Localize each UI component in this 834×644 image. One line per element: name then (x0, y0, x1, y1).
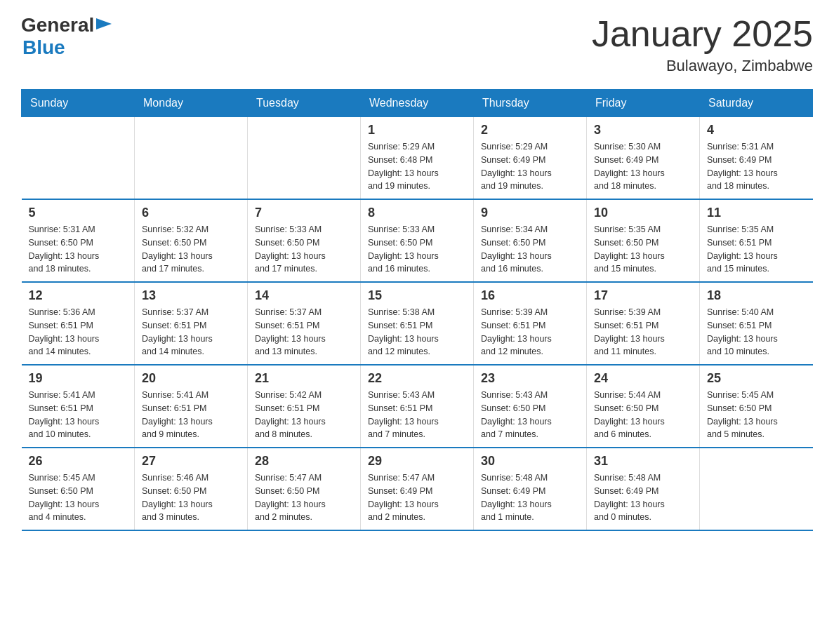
day-number: 6 (142, 206, 240, 220)
day-info: Sunrise: 5:37 AM Sunset: 6:51 PM Dayligh… (255, 306, 353, 358)
page-header: General Blue January 2025 Bulawayo, Zimb… (21, 14, 813, 75)
day-number: 17 (594, 288, 692, 303)
week-row-5: 26Sunrise: 5:45 AM Sunset: 6:50 PM Dayli… (22, 448, 813, 530)
cell-week3-day5: 17Sunrise: 5:39 AM Sunset: 6:51 PM Dayli… (587, 282, 700, 365)
cell-week1-day3: 1Sunrise: 5:29 AM Sunset: 6:48 PM Daylig… (361, 117, 474, 200)
cell-week3-day6: 18Sunrise: 5:40 AM Sunset: 6:51 PM Dayli… (700, 282, 813, 365)
cell-week4-day5: 24Sunrise: 5:44 AM Sunset: 6:50 PM Dayli… (587, 365, 700, 448)
day-number: 8 (368, 206, 466, 220)
day-number: 13 (142, 288, 240, 303)
cell-week4-day0: 19Sunrise: 5:41 AM Sunset: 6:51 PM Dayli… (22, 365, 135, 448)
cell-week3-day2: 14Sunrise: 5:37 AM Sunset: 6:51 PM Dayli… (248, 282, 361, 365)
logo-blue-text: Blue (22, 36, 65, 58)
day-info: Sunrise: 5:41 AM Sunset: 6:51 PM Dayligh… (142, 389, 240, 441)
day-info: Sunrise: 5:42 AM Sunset: 6:51 PM Dayligh… (255, 389, 353, 441)
week-row-2: 5Sunrise: 5:31 AM Sunset: 6:50 PM Daylig… (22, 199, 813, 282)
day-number: 26 (29, 454, 128, 469)
day-info: Sunrise: 5:37 AM Sunset: 6:51 PM Dayligh… (142, 306, 240, 358)
day-info: Sunrise: 5:44 AM Sunset: 6:50 PM Dayligh… (594, 389, 692, 441)
day-info: Sunrise: 5:34 AM Sunset: 6:50 PM Dayligh… (481, 223, 579, 276)
day-info: Sunrise: 5:48 AM Sunset: 6:49 PM Dayligh… (481, 471, 579, 524)
cell-week5-day0: 26Sunrise: 5:45 AM Sunset: 6:50 PM Dayli… (22, 448, 135, 530)
header-tuesday: Tuesday (248, 90, 361, 117)
day-info: Sunrise: 5:45 AM Sunset: 6:50 PM Dayligh… (707, 389, 806, 441)
day-number: 24 (594, 371, 692, 386)
header-friday: Friday (587, 90, 700, 117)
cell-week5-day1: 27Sunrise: 5:46 AM Sunset: 6:50 PM Dayli… (135, 448, 248, 530)
day-number: 3 (594, 123, 692, 137)
cell-week1-day1 (135, 117, 248, 200)
cell-week2-day4: 9Sunrise: 5:34 AM Sunset: 6:50 PM Daylig… (474, 199, 587, 282)
cell-week2-day3: 8Sunrise: 5:33 AM Sunset: 6:50 PM Daylig… (361, 199, 474, 282)
day-number: 7 (255, 206, 353, 220)
header-thursday: Thursday (474, 90, 587, 117)
day-number: 12 (29, 288, 128, 303)
day-info: Sunrise: 5:46 AM Sunset: 6:50 PM Dayligh… (142, 471, 240, 524)
calendar-header-row: SundayMondayTuesdayWednesdayThursdayFrid… (22, 90, 813, 117)
cell-week2-day2: 7Sunrise: 5:33 AM Sunset: 6:50 PM Daylig… (248, 199, 361, 282)
day-info: Sunrise: 5:47 AM Sunset: 6:50 PM Dayligh… (255, 471, 353, 524)
cell-week4-day1: 20Sunrise: 5:41 AM Sunset: 6:51 PM Dayli… (135, 365, 248, 448)
week-row-3: 12Sunrise: 5:36 AM Sunset: 6:51 PM Dayli… (22, 282, 813, 365)
cell-week3-day0: 12Sunrise: 5:36 AM Sunset: 6:51 PM Dayli… (22, 282, 135, 365)
day-number: 11 (707, 206, 806, 220)
day-info: Sunrise: 5:31 AM Sunset: 6:49 PM Dayligh… (707, 140, 806, 193)
title-section: January 2025 Bulawayo, Zimbabwe (592, 14, 813, 75)
day-number: 10 (594, 206, 692, 220)
cell-week4-day4: 23Sunrise: 5:43 AM Sunset: 6:50 PM Dayli… (474, 365, 587, 448)
cell-week3-day4: 16Sunrise: 5:39 AM Sunset: 6:51 PM Dayli… (474, 282, 587, 365)
calendar-table: SundayMondayTuesdayWednesdayThursdayFrid… (21, 89, 813, 531)
day-number: 21 (255, 371, 353, 386)
day-number: 14 (255, 288, 353, 303)
day-info: Sunrise: 5:43 AM Sunset: 6:51 PM Dayligh… (368, 389, 466, 441)
day-info: Sunrise: 5:33 AM Sunset: 6:50 PM Dayligh… (368, 223, 466, 276)
cell-week4-day2: 21Sunrise: 5:42 AM Sunset: 6:51 PM Dayli… (248, 365, 361, 448)
logo-arrow-icon (96, 18, 112, 34)
cell-week4-day6: 25Sunrise: 5:45 AM Sunset: 6:50 PM Dayli… (700, 365, 813, 448)
day-number: 4 (707, 123, 806, 137)
day-info: Sunrise: 5:33 AM Sunset: 6:50 PM Dayligh… (255, 223, 353, 276)
day-number: 30 (481, 454, 579, 469)
day-number: 9 (481, 206, 579, 220)
day-number: 29 (368, 454, 466, 469)
day-number: 2 (481, 123, 579, 137)
day-info: Sunrise: 5:39 AM Sunset: 6:51 PM Dayligh… (481, 306, 579, 358)
day-info: Sunrise: 5:29 AM Sunset: 6:48 PM Dayligh… (368, 140, 466, 193)
cell-week4-day3: 22Sunrise: 5:43 AM Sunset: 6:51 PM Dayli… (361, 365, 474, 448)
header-wednesday: Wednesday (361, 90, 474, 117)
cell-week5-day2: 28Sunrise: 5:47 AM Sunset: 6:50 PM Dayli… (248, 448, 361, 530)
day-number: 31 (594, 454, 692, 469)
day-info: Sunrise: 5:43 AM Sunset: 6:50 PM Dayligh… (481, 389, 579, 441)
day-number: 25 (707, 371, 806, 386)
header-saturday: Saturday (700, 90, 813, 117)
day-number: 19 (29, 371, 128, 386)
day-number: 5 (29, 206, 128, 220)
week-row-4: 19Sunrise: 5:41 AM Sunset: 6:51 PM Dayli… (22, 365, 813, 448)
day-number: 20 (142, 371, 240, 386)
day-info: Sunrise: 5:40 AM Sunset: 6:51 PM Dayligh… (707, 306, 806, 358)
day-number: 22 (368, 371, 466, 386)
day-number: 27 (142, 454, 240, 469)
day-number: 15 (368, 288, 466, 303)
day-info: Sunrise: 5:48 AM Sunset: 6:49 PM Dayligh… (594, 471, 692, 524)
day-info: Sunrise: 5:41 AM Sunset: 6:51 PM Dayligh… (29, 389, 128, 441)
day-info: Sunrise: 5:32 AM Sunset: 6:50 PM Dayligh… (142, 223, 240, 276)
day-info: Sunrise: 5:29 AM Sunset: 6:49 PM Dayligh… (481, 140, 579, 193)
day-number: 16 (481, 288, 579, 303)
day-info: Sunrise: 5:47 AM Sunset: 6:49 PM Dayligh… (368, 471, 466, 524)
cell-week1-day6: 4Sunrise: 5:31 AM Sunset: 6:49 PM Daylig… (700, 117, 813, 200)
cell-week2-day1: 6Sunrise: 5:32 AM Sunset: 6:50 PM Daylig… (135, 199, 248, 282)
header-monday: Monday (135, 90, 248, 117)
week-row-1: 1Sunrise: 5:29 AM Sunset: 6:48 PM Daylig… (22, 117, 813, 200)
cell-week5-day5: 31Sunrise: 5:48 AM Sunset: 6:49 PM Dayli… (587, 448, 700, 530)
cell-week1-day2 (248, 117, 361, 200)
day-info: Sunrise: 5:36 AM Sunset: 6:51 PM Dayligh… (29, 306, 128, 358)
cell-week5-day6 (700, 448, 813, 530)
svg-marker-0 (96, 18, 112, 29)
day-info: Sunrise: 5:35 AM Sunset: 6:50 PM Dayligh… (594, 223, 692, 276)
day-number: 1 (368, 123, 466, 137)
page-title: January 2025 (592, 14, 813, 54)
cell-week2-day0: 5Sunrise: 5:31 AM Sunset: 6:50 PM Daylig… (22, 199, 135, 282)
day-number: 23 (481, 371, 579, 386)
cell-week1-day4: 2Sunrise: 5:29 AM Sunset: 6:49 PM Daylig… (474, 117, 587, 200)
